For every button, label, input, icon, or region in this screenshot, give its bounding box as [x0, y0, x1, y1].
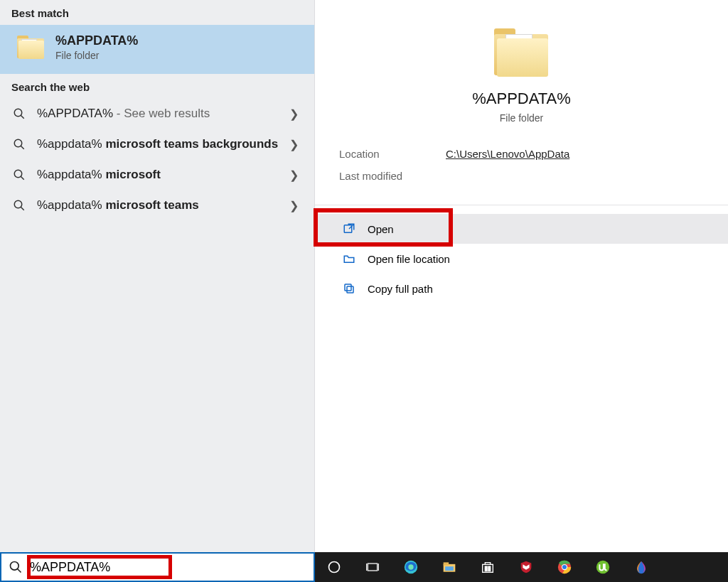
- folder-icon: [17, 36, 46, 60]
- open-file-location-label: Open file location: [368, 253, 450, 265]
- best-match-result[interactable]: %APPDATA% File folder: [0, 25, 314, 74]
- taskbar: [0, 552, 728, 582]
- chevron-right-icon[interactable]: ❯: [285, 107, 303, 121]
- search-icon: [11, 138, 27, 151]
- best-match-title: %APPDATA%: [55, 33, 138, 48]
- mcafee-icon[interactable]: [517, 558, 535, 576]
- svg-rect-22: [483, 564, 493, 572]
- svg-rect-10: [345, 284, 351, 291]
- divider: [315, 205, 728, 205]
- location-label: Location: [339, 148, 446, 160]
- svg-rect-24: [488, 566, 491, 568]
- copy-full-path-action[interactable]: Copy full path: [315, 274, 728, 303]
- svg-point-4: [14, 171, 22, 178]
- copy-icon: [341, 282, 358, 295]
- copy-full-path-label: Copy full path: [368, 283, 433, 295]
- web-result-text: %appdata% microsoft: [37, 167, 285, 183]
- cortana-icon[interactable]: [325, 558, 343, 576]
- svg-rect-21: [445, 566, 454, 571]
- open-file-location-action[interactable]: Open file location: [315, 244, 728, 274]
- taskbar-search[interactable]: [0, 552, 315, 582]
- svg-point-18: [408, 564, 413, 569]
- web-result-text: %appdata% microsoft teams backgrounds: [37, 136, 285, 153]
- svg-rect-20: [444, 562, 449, 565]
- web-result-text: %appdata% microsoft teams: [37, 198, 285, 214]
- svg-point-6: [14, 201, 22, 209]
- svg-line-5: [21, 177, 24, 180]
- svg-line-3: [21, 146, 24, 150]
- svg-point-11: [11, 562, 19, 571]
- microsoft-store-icon[interactable]: [478, 558, 497, 576]
- web-result-text: %APPDATA% - See web results: [37, 106, 285, 122]
- search-icon: [11, 199, 27, 212]
- web-result-item[interactable]: %appdata% microsoft ❯: [0, 160, 314, 190]
- svg-line-12: [18, 569, 21, 573]
- utorrent-icon[interactable]: [594, 558, 612, 576]
- preview-actions: Open Open file location Copy full path: [315, 214, 728, 303]
- folder-open-icon: [341, 252, 358, 265]
- chevron-right-icon[interactable]: ❯: [285, 138, 303, 151]
- best-match-subtitle: File folder: [55, 50, 138, 61]
- file-explorer-icon[interactable]: [440, 558, 459, 576]
- search-web-header: Search the web: [0, 74, 314, 99]
- svg-rect-8: [344, 225, 352, 233]
- preview-title: %APPDATA%: [472, 90, 571, 108]
- svg-point-2: [14, 140, 22, 148]
- web-result-item[interactable]: %appdata% microsoft teams ❯: [0, 190, 314, 221]
- open-label: Open: [368, 223, 394, 235]
- best-match-header: Best match: [0, 0, 314, 25]
- task-view-icon[interactable]: [363, 558, 382, 576]
- taskbar-tray: [315, 552, 728, 582]
- open-action[interactable]: Open: [315, 214, 728, 244]
- open-icon: [341, 222, 358, 235]
- web-results-list: %APPDATA% - See web results ❯ %appdata% …: [0, 99, 314, 221]
- search-results-panel: Best match %APPDATA% File folder Search …: [0, 0, 315, 552]
- preview-panel: %APPDATA% File folder Location C:\Users\…: [315, 0, 728, 552]
- search-icon: [11, 107, 27, 120]
- search-icon: [11, 168, 27, 181]
- svg-rect-26: [488, 569, 491, 571]
- search-input[interactable]: [30, 554, 314, 581]
- svg-rect-9: [347, 286, 353, 293]
- location-value-link[interactable]: C:\Users\Lenovo\AppData: [446, 148, 569, 160]
- last-modified-label: Last modified: [339, 170, 446, 182]
- svg-line-7: [21, 208, 24, 211]
- web-result-item[interactable]: %appdata% microsoft teams backgrounds ❯: [0, 129, 314, 160]
- svg-rect-23: [485, 566, 487, 568]
- svg-point-0: [14, 109, 22, 117]
- paint-icon[interactable]: [632, 558, 651, 576]
- search-icon: [1, 560, 30, 574]
- folder-icon: [494, 28, 550, 78]
- web-result-item[interactable]: %APPDATA% - See web results ❯: [0, 99, 314, 129]
- svg-line-1: [21, 116, 24, 119]
- svg-rect-14: [368, 564, 377, 571]
- chevron-right-icon[interactable]: ❯: [285, 199, 303, 212]
- chevron-right-icon[interactable]: ❯: [285, 168, 303, 182]
- preview-subtitle: File folder: [500, 112, 543, 124]
- edge-icon[interactable]: [402, 558, 420, 576]
- chrome-icon[interactable]: [555, 558, 574, 576]
- svg-rect-25: [485, 569, 487, 571]
- svg-point-13: [329, 562, 340, 573]
- svg-point-29: [562, 565, 567, 569]
